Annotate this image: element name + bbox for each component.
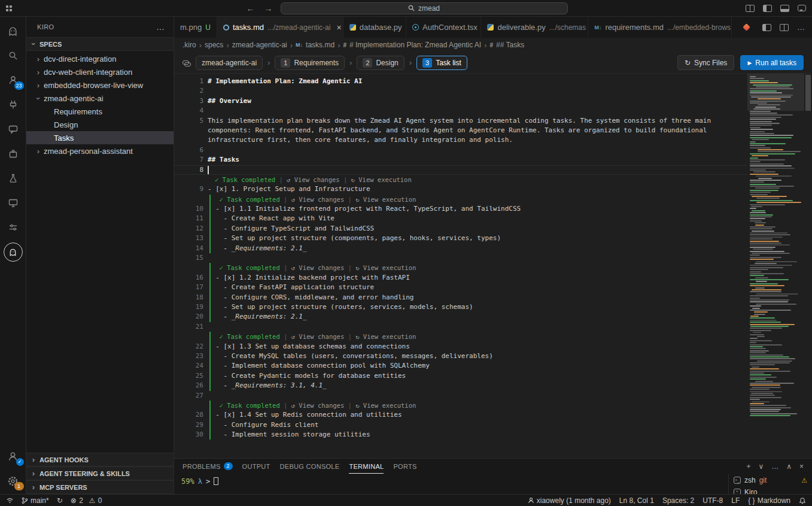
view-changes-icon[interactable]: ↺: [291, 333, 299, 340]
split-editor-icon[interactable]: [762, 24, 771, 31]
new-terminal-icon[interactable]: +: [746, 462, 750, 471]
agent-sessions-icon[interactable]: 23: [4, 71, 23, 90]
chat-icon[interactable]: [4, 120, 23, 139]
nav-back-icon[interactable]: ←: [245, 4, 257, 13]
tree-item-dcv-direct-integration[interactable]: ›dcv-direct-integration: [26, 52, 174, 65]
tab-deliverable-py[interactable]: deliverable.py .../schemas: [481, 17, 588, 38]
sidebar-more-icon[interactable]: …: [156, 22, 165, 32]
run-all-tasks-button[interactable]: ▶Run all tasks: [740, 55, 804, 70]
view-changes-icon[interactable]: ↺: [291, 196, 299, 203]
tab-authcontext-tsx[interactable]: AuthContext.tsx: [406, 17, 481, 38]
tree-item-embedded-browser-live-view[interactable]: ›embedded-browser-live-view: [26, 78, 174, 92]
tab-terminal[interactable]: TERMINAL: [349, 459, 384, 474]
flame-icon[interactable]: [743, 23, 750, 31]
git-branch-item[interactable]: main*: [22, 496, 49, 505]
encoding-item[interactable]: UTF-8: [702, 496, 723, 505]
nav-forward-icon[interactable]: →: [263, 4, 275, 13]
view-changes-icon[interactable]: ↺: [291, 264, 299, 271]
notifications-bell-icon[interactable]: [799, 497, 806, 504]
terminal-dropdown-icon[interactable]: ∨: [758, 462, 764, 471]
tree-item-dcv-web-client-integration[interactable]: ›dcv-web-client-integration: [26, 65, 174, 78]
tree-item-design[interactable]: Design: [26, 118, 174, 131]
view-changes-link[interactable]: View changes: [299, 402, 344, 409]
breadcrumb-project[interactable]: zmead-agentic-ai: [232, 41, 287, 49]
maximize-panel-icon[interactable]: ∧: [786, 462, 792, 471]
tree-item-requirements[interactable]: Requirements: [26, 105, 174, 118]
editor[interactable]: 1# Implementation Plan: Zmead Agentic AI…: [174, 74, 812, 458]
codelens-row[interactable]: ✓ Task completed | ↺ View changes | ↻ Vi…: [174, 175, 747, 184]
close-icon[interactable]: ×: [336, 23, 341, 32]
more-actions-icon[interactable]: …: [797, 23, 805, 32]
tab-tasks-md[interactable]: tasks.md .../zmead-agentic-ai ×: [217, 17, 343, 38]
mcp-servers-section[interactable]: ›MCP SERVERS: [26, 480, 174, 494]
tab-ports[interactable]: PORTS: [393, 459, 416, 474]
close-panel-icon[interactable]: ×: [799, 462, 804, 471]
step-requirements[interactable]: 1Requirements: [275, 56, 345, 70]
view-changes-link[interactable]: View changes: [294, 176, 340, 183]
view-changes-icon[interactable]: ↺: [287, 176, 294, 183]
agent-steering-section[interactable]: ›AGENT STEERING & SKILLS: [26, 466, 174, 480]
step-task-list[interactable]: 3Task list: [416, 56, 467, 70]
step-design[interactable]: 2Design: [357, 56, 404, 70]
view-changes-link[interactable]: View changes: [299, 264, 344, 271]
app-menu-icon[interactable]: [6, 5, 12, 11]
customize-layout-icon[interactable]: [746, 5, 755, 12]
beaker-icon[interactable]: [4, 169, 23, 188]
view-execution-link[interactable]: View execution: [358, 176, 412, 183]
tab-debug-console[interactable]: DEBUG CONSOLE: [280, 459, 340, 474]
chat-bubble-icon[interactable]: [798, 5, 806, 11]
breadcrumb-file[interactable]: tasks.md: [306, 41, 334, 49]
codelens-row[interactable]: ✓ Task completed | ↺ View changes | ↻ Vi…: [174, 195, 747, 204]
sync-files-button[interactable]: ↻Sync Files: [677, 55, 734, 70]
specs-section-header[interactable]: › SPECS: [26, 37, 174, 51]
cursor-position-item[interactable]: Ln 8, Col 1: [619, 496, 654, 505]
tab-problems[interactable]: PROBLEMS2: [183, 459, 233, 474]
remote-display-icon[interactable]: [4, 193, 23, 213]
kiro-agent-view-icon[interactable]: [4, 243, 23, 262]
toggle-panel-icon[interactable]: [780, 5, 789, 12]
kiro-logo-icon[interactable]: [4, 22, 23, 41]
tree-item-zmead-personal-assistant[interactable]: ›zmead-personal-assistant: [26, 144, 174, 157]
tab-output[interactable]: OUTPUT: [242, 459, 270, 474]
codelens-row[interactable]: ✓ Task completed | ↺ View changes | ↻ Vi…: [174, 401, 747, 410]
view-changes-link[interactable]: View changes: [299, 333, 344, 340]
tree-item-zmead-agentic-ai[interactable]: ›zmead-agentic-ai: [26, 92, 174, 105]
terminal-session-kiro[interactable]: ᴷ Kiro: [731, 486, 810, 494]
view-execution-icon[interactable]: ↻: [355, 264, 363, 271]
view-execution-link[interactable]: View execution: [363, 402, 416, 409]
tools-icon[interactable]: [4, 218, 23, 237]
indentation-item[interactable]: Spaces: 2: [662, 496, 694, 505]
breadcrumb-heading2[interactable]: ## Tasks: [496, 41, 524, 49]
tab-database-py[interactable]: database.py: [343, 17, 406, 38]
language-mode-item[interactable]: { } Markdown: [748, 496, 790, 505]
scrollbar-thumb[interactable]: [805, 75, 811, 111]
agent-hooks-section[interactable]: ›AGENT HOOKS: [26, 453, 174, 466]
view-execution-icon[interactable]: ↻: [351, 176, 359, 183]
codelens-row[interactable]: ✓ Task completed | ↺ View changes | ↻ Vi…: [174, 332, 747, 341]
view-execution-icon[interactable]: ↻: [355, 402, 363, 409]
minimap[interactable]: [747, 74, 804, 458]
editor-layout-icon[interactable]: [780, 24, 789, 31]
command-center-search[interactable]: zmead: [281, 2, 568, 14]
editor-lines[interactable]: 1# Implementation Plan: Zmead Agentic AI…: [174, 74, 747, 458]
remote-indicator-icon[interactable]: [6, 497, 14, 504]
view-changes-icon[interactable]: ↺: [291, 402, 299, 409]
breadcrumb-heading1[interactable]: # Implementation Plan: Zmead Agentic AI: [349, 41, 481, 49]
extensions-icon[interactable]: [4, 144, 23, 163]
view-execution-link[interactable]: View execution: [363, 196, 416, 203]
search-icon[interactable]: [4, 46, 23, 65]
vertical-scrollbar[interactable]: [804, 74, 812, 458]
sync-changes-icon[interactable]: ↻: [57, 496, 63, 505]
view-execution-link[interactable]: View execution: [363, 264, 416, 271]
panel-more-icon[interactable]: …: [771, 462, 778, 471]
tab-png[interactable]: m.png U: [174, 17, 217, 38]
terminal-output[interactable]: 59%λ>: [174, 474, 728, 494]
account-icon[interactable]: ✓: [4, 447, 23, 466]
view-changes-link[interactable]: View changes: [299, 196, 344, 203]
view-execution-icon[interactable]: ↻: [355, 196, 363, 203]
view-execution-link[interactable]: View execution: [363, 333, 416, 340]
codelens-row[interactable]: ✓ Task completed | ↺ View changes | ↻ Vi…: [174, 263, 747, 272]
breadcrumb-kiro[interactable]: .kiro: [183, 41, 196, 49]
eol-item[interactable]: LF: [731, 496, 740, 505]
settings-gear-icon[interactable]: 1: [4, 471, 23, 490]
